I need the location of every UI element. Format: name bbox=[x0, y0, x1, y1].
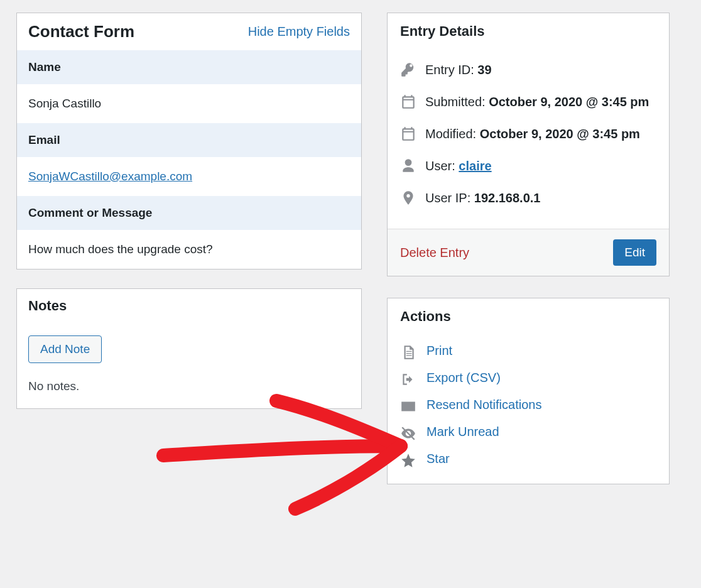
calendar-icon bbox=[400, 94, 416, 109]
action-print-label: Print bbox=[427, 344, 452, 358]
action-resend[interactable]: Resend Notifications bbox=[400, 391, 656, 418]
document-icon bbox=[400, 344, 416, 358]
action-star-label: Star bbox=[427, 452, 450, 466]
action-star[interactable]: Star bbox=[400, 445, 656, 472]
star-icon bbox=[400, 452, 416, 466]
submitted-value: October 9, 2020 @ 3:45 pm bbox=[489, 95, 649, 109]
notes-panel: Notes Add Note No notes. bbox=[16, 288, 362, 409]
user-ip-value: 192.168.0.1 bbox=[474, 191, 541, 205]
delete-entry-link[interactable]: Delete Entry bbox=[400, 246, 469, 260]
add-note-button[interactable]: Add Note bbox=[28, 335, 102, 363]
notes-title: Notes bbox=[28, 298, 67, 314]
field-value-name: Sonja Castillo bbox=[17, 84, 361, 123]
user-ip-label: User IP: bbox=[425, 191, 474, 205]
edit-button[interactable]: Edit bbox=[613, 239, 656, 266]
no-notes-text: No notes. bbox=[28, 379, 350, 393]
action-print[interactable]: Print bbox=[400, 337, 656, 364]
field-value-comment: How much does the upgrade cost? bbox=[17, 230, 361, 269]
hide-empty-fields-link[interactable]: Hide Empty Fields bbox=[248, 24, 350, 39]
user-icon bbox=[400, 158, 416, 173]
user-label: User: bbox=[425, 159, 459, 173]
export-icon bbox=[400, 371, 416, 385]
field-label-name: Name bbox=[17, 50, 361, 84]
submitted-label: Submitted: bbox=[425, 95, 489, 109]
actions-title: Actions bbox=[388, 298, 669, 335]
modified-label: Modified: bbox=[425, 127, 480, 141]
action-export-label: Export (CSV) bbox=[427, 371, 501, 385]
field-label-comment: Comment or Message bbox=[17, 196, 361, 230]
entry-id-label: Entry ID: bbox=[425, 63, 477, 77]
modified-value: October 9, 2020 @ 3:45 pm bbox=[480, 127, 640, 141]
field-label-email: Email bbox=[17, 123, 361, 157]
entry-details-title: Entry Details bbox=[388, 13, 669, 50]
envelope-icon bbox=[400, 398, 416, 412]
calendar-icon bbox=[400, 126, 416, 141]
entry-id-value: 39 bbox=[477, 63, 491, 77]
action-resend-label: Resend Notifications bbox=[427, 398, 541, 412]
contact-form-panel: Contact Form Hide Empty Fields Name Sonj… bbox=[16, 13, 362, 270]
action-export[interactable]: Export (CSV) bbox=[400, 364, 656, 391]
key-icon bbox=[400, 62, 416, 77]
field-value-email[interactable]: SonjaWCastillo@example.com bbox=[28, 170, 192, 183]
contact-form-title: Contact Form bbox=[28, 22, 134, 41]
actions-panel: Actions Print Export (CSV) bbox=[387, 298, 670, 484]
user-link[interactable]: claire bbox=[459, 159, 491, 173]
action-mark-unread[interactable]: Mark Unread bbox=[400, 418, 656, 445]
location-icon bbox=[400, 190, 416, 205]
entry-details-panel: Entry Details Entry ID: 39 Submitted: O bbox=[387, 13, 670, 276]
action-mark-unread-label: Mark Unread bbox=[427, 425, 499, 439]
eye-slash-icon bbox=[400, 425, 416, 439]
